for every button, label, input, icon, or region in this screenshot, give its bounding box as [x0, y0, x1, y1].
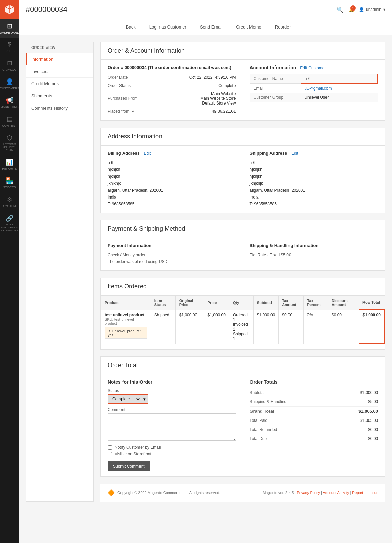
notification-bell[interactable]: 🔔 1	[349, 7, 354, 12]
grand-total-label: Grand Total	[250, 407, 334, 416]
order-account-cols: Order # 000000034 (The order confirmatio…	[101, 60, 385, 120]
visible-storefront-label[interactable]: Visible on Storefront	[115, 452, 151, 456]
account-info-table: Customer Name u 6 Email u6@gmail.com Cus…	[250, 74, 378, 102]
sidebar: ⊞ DASHBOARD $ SALES ⊡ CATALOG 👤 CUSTOMER…	[0, 0, 19, 543]
table-row: Placed from IP 49.36.221.61	[108, 107, 236, 115]
search-icon[interactable]: 🔍	[337, 6, 343, 13]
discount-amount: $0.00	[328, 310, 359, 344]
customer-name-value: u 6	[301, 74, 378, 83]
order-total-cols: Notes for this Order Status Complete Pen…	[101, 374, 385, 476]
order-info-col: Order # 000000034 (The order confirmatio…	[101, 60, 243, 120]
footer-left: 🔶 Copyright © 2022 Magento Commerce Inc.…	[107, 489, 220, 497]
sidebar-item-marketing[interactable]: 📢 MARKETING	[0, 93, 19, 112]
table-row: Purchased From Main Website Main Website…	[108, 90, 236, 107]
email-label: Email	[250, 83, 301, 93]
shipping-edit-link[interactable]: Edit	[291, 151, 298, 156]
total-refunded-value: $0.00	[334, 425, 378, 434]
sidebar-item-sales[interactable]: $ SALES	[0, 38, 19, 56]
total-due-value: $0.00	[334, 434, 378, 444]
content-icon: ▤	[7, 115, 13, 123]
privacy-policy-link[interactable]: Privacy Policy	[297, 491, 320, 495]
totals-table: Subtotal $1,000.00 Shipping & Handling $…	[250, 388, 378, 443]
credit-memo-button[interactable]: Credit Memo	[232, 23, 264, 31]
account-activity-link[interactable]: Account Activity	[323, 491, 349, 495]
visible-storefront-checkbox[interactable]	[108, 452, 112, 456]
col-product: Product	[101, 296, 151, 310]
sidebar-item-customers[interactable]: 👤 CUSTOMERS	[0, 75, 19, 93]
order-date-label: Order Date	[108, 73, 159, 81]
send-email-button[interactable]: Send Email	[197, 23, 226, 31]
system-icon: ⚙	[7, 196, 12, 203]
shipping-value: $5.00	[334, 397, 378, 407]
sidebar-item-letscms[interactable]: ⬡ LETSCMS UNILEVEL PLAN	[0, 131, 19, 155]
chevron-down-icon: ▾	[383, 7, 385, 12]
payment-method: Check / Money order	[108, 251, 236, 258]
table-row: test unilevel product SKU: test unilevel…	[101, 310, 385, 344]
billing-edit-link[interactable]: Edit	[144, 151, 151, 156]
login-as-customer-button[interactable]: Login as Customer	[146, 23, 190, 31]
sidebar-item-system[interactable]: ⚙ SYSTEM	[0, 192, 19, 211]
sidebar-item-reports[interactable]: 📊 REPORTS	[0, 155, 19, 174]
payment-section: Payment & Shipping Method Payment Inform…	[100, 220, 385, 271]
order-date-value: Oct 22, 2022, 4:39:16 PM	[159, 73, 236, 81]
catalog-icon: ⊡	[7, 59, 12, 67]
notify-customer-label[interactable]: Notify Customer by Email	[115, 445, 161, 450]
billing-address-title: Billing Address Edit	[108, 151, 236, 156]
sidebar-item-content[interactable]: ▤ CONTENT	[0, 112, 19, 131]
footer: 🔶 Copyright © 2022 Magento Commerce Inc.…	[100, 484, 385, 502]
email-value: u6@gmail.com	[301, 83, 378, 93]
address-title: Address Information	[101, 128, 385, 146]
shipping-method: Flat Rate - Fixed $5.00	[250, 251, 378, 258]
nav-item-comments-history[interactable]: Comments History	[26, 102, 93, 114]
main-wrapper: #000000034 🔍 🔔 1 👤 unadmin ▾ ← Back Logi…	[19, 0, 392, 543]
items-section-title: Items Ordered	[101, 278, 385, 296]
status-select[interactable]: Complete Pending Processing Cancelled On…	[108, 395, 141, 403]
customer-name-label: Customer Name	[250, 74, 301, 83]
billing-address-col: Billing Address Edit u 6 hjkhjkh hjkhjkh…	[101, 146, 243, 213]
status-group: Status Complete Pending Processing Cance…	[108, 388, 236, 404]
nav-item-credit-memos[interactable]: Credit Memos	[26, 78, 93, 90]
sidebar-item-catalog[interactable]: ⊡ CATALOG	[0, 56, 19, 75]
content-area: ORDER VIEW Information Invoices Credit M…	[19, 35, 392, 508]
reorder-button[interactable]: Reorder	[272, 23, 294, 31]
payment-info-title: Payment Information	[108, 243, 236, 248]
user-icon: 👤	[359, 7, 364, 12]
col-original-price: Original Price	[175, 296, 204, 310]
table-row: Shipping & Handling $5.00	[250, 397, 378, 407]
col-row-total: Row Total	[359, 296, 385, 310]
table-row: Order Date Oct 22, 2022, 4:39:16 PM	[108, 73, 236, 81]
sidebar-item-stores[interactable]: 🏪 STORES	[0, 174, 19, 192]
stores-icon: 🏪	[6, 177, 13, 185]
account-title: Account Information Edit Customer	[250, 65, 378, 70]
totals-col: Order Totals Subtotal $1,000.00 Shipping…	[243, 379, 378, 471]
magento-logo[interactable]	[0, 0, 19, 19]
price: $1,000.00	[204, 310, 229, 344]
edit-customer-link[interactable]: Edit Customer	[300, 65, 326, 70]
nav-item-shipments[interactable]: Shipments	[26, 90, 93, 102]
payment-section-title: Payment & Shipping Method	[101, 220, 385, 238]
comment-textarea[interactable]	[108, 413, 236, 441]
letscms-icon: ⬡	[7, 134, 12, 142]
nav-item-information[interactable]: Information	[26, 53, 93, 65]
report-issue-link[interactable]: Report an Issue	[352, 491, 378, 495]
nav-item-invoices[interactable]: Invoices	[26, 65, 93, 78]
totals-title: Order Totals	[250, 379, 378, 385]
notify-customer-row: Notify Customer by Email	[108, 445, 236, 450]
status-dropdown-button[interactable]: ▾	[141, 395, 148, 403]
sidebar-item-extensions[interactable]: 🔗 FIND PARTNERS & EXTENSIONS	[0, 211, 19, 236]
notes-col: Notes for this Order Status Complete Pen…	[108, 379, 243, 471]
total-refunded-label: Total Refunded	[250, 425, 334, 434]
admin-user[interactable]: 👤 unadmin ▾	[359, 7, 385, 12]
placed-from-ip-label: Placed from IP	[108, 107, 159, 115]
submit-comment-button[interactable]: Submit Comment	[108, 461, 150, 471]
total-paid-value: $1,005.00	[334, 416, 378, 425]
sidebar-item-dashboard[interactable]: ⊞ DASHBOARD	[0, 19, 19, 38]
billing-address-text: u 6 hjkhjkh hjkhjkh jkhjkhjk aligarh, Ut…	[108, 159, 236, 208]
back-button[interactable]: ← Back	[117, 23, 139, 31]
notify-customer-checkbox[interactable]	[108, 445, 112, 450]
main-content: Order & Account Information Order # 0000…	[100, 42, 385, 502]
visible-storefront-row: Visible on Storefront	[108, 452, 236, 456]
customer-group-value: Unilevel User	[301, 93, 378, 102]
tax-percent: 0%	[303, 310, 328, 344]
order-account-title: Order & Account Information	[101, 42, 385, 60]
